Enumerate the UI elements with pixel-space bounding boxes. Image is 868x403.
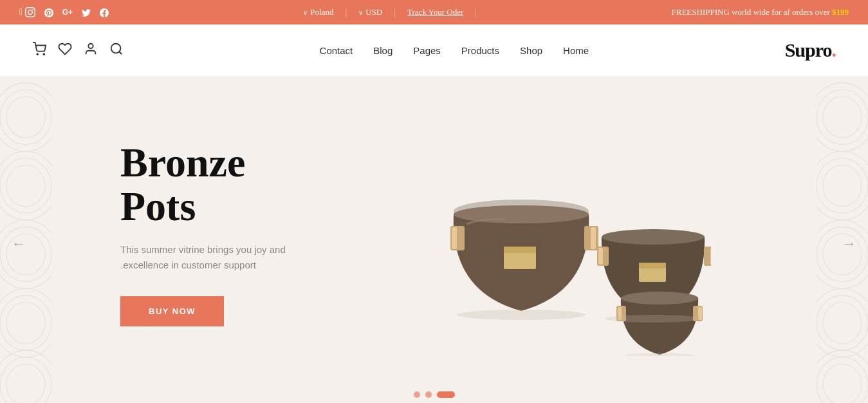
wishlist-icon[interactable] (58, 42, 72, 59)
nav-pages[interactable]: Pages (413, 45, 441, 56)
nav-blog[interactable]: Blog (373, 45, 392, 56)
brand-dot: . (832, 39, 836, 61)
dot-1[interactable] (414, 391, 420, 398)
svg-point-23 (817, 151, 868, 220)
svg-point-21 (817, 89, 868, 144)
svg-point-29 (817, 288, 868, 357)
search-icon[interactable] (109, 42, 124, 59)
svg-point-10 (6, 165, 45, 206)
buy-now-button[interactable]: BUY NOW (120, 296, 224, 326)
bronze-pots-image (402, 111, 711, 356)
chevron-icon: ∨ (303, 9, 308, 16)
svg-point-22 (823, 97, 862, 138)
prev-slide-button[interactable]: ← (5, 229, 32, 259)
svg-point-31 (823, 303, 862, 344)
svg-rect-40 (591, 227, 596, 249)
slider-dots (0, 391, 868, 403)
next-slide-button[interactable]: → (836, 229, 863, 259)
svg-point-0 (37, 53, 38, 55)
google-plus-icon[interactable]: G+ (62, 8, 73, 17)
cart-icon[interactable] (32, 42, 46, 59)
facebook-icon[interactable] (100, 7, 109, 17)
dot-2[interactable] (425, 391, 432, 398)
svg-point-36 (454, 205, 589, 223)
svg-point-55 (457, 310, 586, 320)
svg-point-56 (605, 315, 701, 323)
svg-point-8 (0, 151, 51, 220)
svg-rect-46 (704, 247, 711, 266)
svg-point-14 (0, 288, 51, 357)
svg-rect-38 (452, 227, 457, 249)
top-bar:  G+ ∨ Poland | ∨ U (0, 0, 868, 24)
currency-label: USD (365, 7, 382, 17)
divider-3: | (475, 7, 477, 17)
divider-1: | (345, 7, 347, 17)
slide-content: Bronze Pots This summer vitrine brings y… (56, 76, 812, 391)
svg-point-20 (817, 83, 868, 152)
twitter-icon[interactable] (82, 7, 91, 17)
slide-subtitle: This summer vitrine brings you joy and.e… (120, 242, 326, 273)
svg-point-5 (0, 83, 51, 152)
chevron-icon: ∨ (358, 9, 363, 16)
svg-point-25 (823, 165, 862, 206)
title-line2: Pots (120, 183, 196, 229)
svg-rect-42 (504, 247, 536, 253)
currency-selector[interactable]: ∨ USD (358, 7, 382, 17)
svg-point-6 (0, 89, 51, 144)
nav-home[interactable]: Home (563, 45, 589, 56)
svg-point-34 (823, 364, 862, 403)
svg-point-2 (88, 43, 93, 48)
slide-text: Bronze Pots This summer vitrine brings y… (82, 141, 326, 326)
shipping-text: FREESHIPPING world wide for af orders ov… (671, 7, 832, 17)
svg-point-9 (0, 158, 51, 213)
svg-point-19 (6, 364, 45, 403)
slide-image (326, 111, 786, 356)
pinterest-icon[interactable] (44, 7, 53, 17)
svg-rect-49 (639, 263, 666, 268)
svg-point-15 (0, 295, 51, 350)
track-order-link[interactable]: Track Your Oder (407, 7, 463, 17)
divider-2: | (394, 7, 396, 17)
shipping-price: $199 (832, 7, 849, 17)
svg-point-3 (111, 43, 121, 53)
nav-contact[interactable]: Contact (320, 45, 353, 56)
svg-point-16 (6, 303, 45, 344)
title-line1: Bronze (120, 140, 245, 185)
svg-line-4 (119, 52, 122, 54)
svg-point-50 (621, 292, 698, 305)
svg-point-57 (624, 353, 695, 356)
hero-slider: ← → Bronze Pots This summer vitrine brin… (0, 76, 868, 403)
brand-logo[interactable]: Supro. (785, 39, 836, 61)
user-icon[interactable] (84, 42, 98, 59)
slide-title: Bronze Pots (120, 141, 326, 227)
nav-links-group: Contact Blog Pages Products Shop Home (320, 45, 589, 56)
svg-point-43 (602, 229, 705, 245)
navbar: Contact Blog Pages Products Shop Home Su… (0, 24, 868, 76)
nav-products[interactable]: Products (461, 45, 499, 56)
svg-point-1 (43, 53, 44, 55)
instagram-icon[interactable]:  (19, 7, 35, 18)
topbar-mid: ∨ Poland | ∨ USD | Track Your Oder | (303, 7, 477, 17)
country-label: Poland (310, 7, 333, 17)
nav-icons-group (32, 42, 124, 59)
svg-rect-47 (710, 248, 711, 265)
shipping-notice: FREESHIPPING world wide for af orders ov… (671, 7, 849, 17)
social-icons-group:  G+ (19, 7, 109, 18)
svg-point-30 (817, 295, 868, 350)
nav-shop[interactable]: Shop (520, 45, 542, 56)
svg-rect-45 (598, 248, 603, 265)
dot-3[interactable] (437, 391, 455, 398)
svg-point-24 (817, 158, 868, 213)
svg-point-7 (6, 97, 45, 138)
country-selector[interactable]: ∨ Poland (303, 7, 333, 17)
